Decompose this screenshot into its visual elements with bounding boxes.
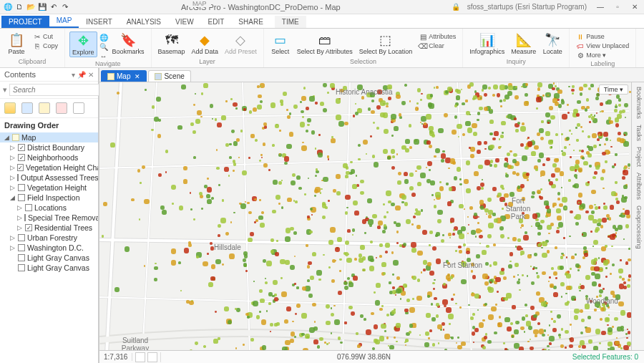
toc-layer-locations[interactable]: ▷Locations: [0, 203, 98, 213]
tab-edit[interactable]: EDIT: [201, 16, 232, 28]
filter-icon[interactable]: ▾: [3, 85, 7, 95]
title-bar: 🌐 🗋 📂 💾 ↶ ↷ ArcGIS Pro - WashingtonDC_Pr…: [0, 0, 644, 14]
basemap-button[interactable]: 🗺 Basemap: [156, 32, 187, 56]
toc-layer-uf[interactable]: ▷Urban Forestry: [0, 233, 98, 243]
toc-layer-district[interactable]: ▷✓District Boundary: [0, 142, 98, 153]
zoom-icon: 🔍: [99, 42, 108, 51]
contextual-tab-group: MAP: [188, 0, 211, 7]
group-label: Labeling: [590, 60, 615, 68]
select-by-attributes-button[interactable]: 🗃 Select By Attributes: [295, 32, 355, 56]
list-source-button[interactable]: [21, 102, 33, 114]
contents-close-button[interactable]: ✕: [88, 71, 94, 79]
context-group-label: MAP: [188, 0, 211, 7]
toc-layer-fi[interactable]: ◢Field Inspection: [0, 193, 98, 203]
scissors-icon: ✂: [33, 32, 42, 41]
sb-refresh[interactable]: [147, 352, 157, 362]
attributes-button[interactable]: ▤Attributes: [419, 32, 456, 41]
add-data-button[interactable]: ◆ Add Data: [190, 32, 221, 56]
paste-button[interactable]: 📋 Paste: [4, 32, 29, 56]
toc-layer-vh[interactable]: ▷Vegetation Height: [0, 183, 98, 193]
pause-labeling-button[interactable]: ⏸Pause: [576, 32, 605, 41]
basemap-icon: 🗺: [163, 32, 180, 48]
select-by-location-button[interactable]: ⬚ Select By Location: [357, 32, 415, 56]
dock-tab-project[interactable]: Project: [633, 147, 643, 167]
bookmarks-button[interactable]: 🔖 Bookmarks: [110, 32, 147, 56]
close-button[interactable]: ✕: [628, 3, 641, 11]
group-label: Clipboard: [19, 58, 47, 66]
list-selection-button[interactable]: [39, 102, 50, 114]
cut-button[interactable]: ✂Cut: [33, 32, 53, 41]
add-preset-button[interactable]: ◇ Add Preset: [223, 32, 259, 56]
restore-button[interactable]: ▫: [611, 3, 624, 11]
toc-layer-vhc[interactable]: ▷✓Vegetation Height Change: [0, 163, 98, 173]
toc-layer-oat[interactable]: ▷Output Assessed Trees: [0, 173, 98, 183]
dock-tab-tasks[interactable]: Tasks: [633, 125, 643, 141]
view-tab-map[interactable]: Map✕: [101, 70, 147, 82]
toc-layer-rt[interactable]: ▷✓Residential Trees: [0, 223, 98, 233]
tab-map[interactable]: MAP: [49, 14, 79, 28]
dock-tab-geoprocessing[interactable]: Geoprocessing: [633, 205, 643, 249]
signin-label[interactable]: sfoss_startups (Esri Startup Program): [464, 3, 590, 11]
tab-insert[interactable]: INSERT: [79, 16, 119, 28]
map-canvas[interactable]: Historic Anacostia Hillsdale Fort Stanto…: [99, 82, 644, 350]
copy-button[interactable]: ⎘Copy: [33, 42, 58, 50]
locate-button[interactable]: 🔭 Locate: [540, 32, 565, 56]
list-drawing-order-button[interactable]: [4, 102, 16, 114]
quick-access-toolbar: 🌐 🗋 📂 💾 ↶ ↷: [0, 2, 70, 12]
toc-layer-lgc1[interactable]: Light Gray Canvas: [0, 253, 98, 263]
app-icon: 🌐: [3, 2, 13, 12]
view-unplaced-button[interactable]: 🏷View Unplaced: [576, 42, 629, 50]
clear-button[interactable]: ⌫Clear: [419, 42, 444, 50]
contents-menu-button[interactable]: ▾: [72, 71, 75, 79]
view-tab-scene[interactable]: Scene: [148, 70, 190, 82]
nav-full-extent[interactable]: 🌐: [99, 33, 108, 42]
contents-autohide-button[interactable]: 📌: [77, 71, 86, 79]
tab-project[interactable]: PROJECT: [1, 16, 49, 28]
qat-undo[interactable]: ↶: [49, 2, 59, 12]
dock-tab-bookmarks[interactable]: Bookmarks: [633, 87, 643, 119]
add-data-icon: ◆: [196, 32, 213, 48]
contents-title: Contents: [4, 70, 36, 79]
measure-button[interactable]: 📐 Measure: [509, 32, 538, 56]
group-label: Selection: [350, 58, 376, 66]
time-slider-button[interactable]: Time ▾: [599, 84, 628, 95]
more-labeling-button[interactable]: ⚙More ▾: [576, 51, 606, 59]
globe-icon: 🌐: [99, 33, 108, 42]
location-select-icon: ⬚: [377, 32, 394, 48]
contents-pane: Contents ▾ 📌 ✕ ▾ 🔍 Drawing Order ◢Map ▷✓…: [0, 68, 99, 363]
explore-button[interactable]: ✥ Explore: [69, 32, 97, 57]
sb-pause-drawing[interactable]: [135, 352, 145, 362]
infographics-button[interactable]: 📊 Infographics: [467, 32, 507, 56]
tab-share[interactable]: SHARE: [231, 16, 270, 28]
toc-layer-wdc[interactable]: ▷Washington D.C.: [0, 243, 98, 253]
select-icon: ▭: [272, 32, 289, 48]
select-button[interactable]: ▭ Select: [268, 32, 293, 56]
toc-layer-neighborhoods[interactable]: ▷✓Neighborhoods: [0, 153, 98, 163]
lock-icon: 🔒: [452, 3, 460, 11]
tab-time[interactable]: TIME: [275, 16, 306, 28]
clipboard-icon: 📋: [8, 32, 25, 48]
list-snapping-button[interactable]: [73, 102, 84, 114]
scale-display[interactable]: 1:7,316: [99, 353, 132, 361]
contents-search-input[interactable]: [9, 84, 107, 96]
toc-map-node[interactable]: ◢Map: [0, 132, 98, 142]
tab-analysis[interactable]: ANALYSIS: [119, 16, 168, 28]
right-dock-tabs: Bookmarks Tasks Project Attributes Geopr…: [631, 82, 644, 350]
qat-new[interactable]: 🗋: [14, 2, 24, 12]
dock-tab-attributes[interactable]: Attributes: [633, 173, 643, 200]
nav-fixed-zoom[interactable]: 🔍: [99, 42, 108, 51]
minimize-button[interactable]: —: [594, 3, 607, 11]
qat-open[interactable]: 📂: [26, 2, 36, 12]
toc-layer-lgc2[interactable]: Light Gray Canvas: [0, 263, 98, 273]
qat-redo[interactable]: ↷: [60, 2, 70, 12]
tab-view[interactable]: VIEW: [168, 16, 201, 28]
toc-layer-str[interactable]: ▷Special Tree Removals: [0, 213, 98, 223]
close-tab-icon[interactable]: ✕: [135, 73, 140, 80]
status-bar: 1:7,316 076.99W 38.86N Selected Features…: [99, 350, 644, 363]
list-editing-button[interactable]: [56, 102, 67, 114]
toc-section-title: Drawing Order: [0, 118, 98, 132]
window-title: ArcGIS Pro - WashingtonDC_ProDemo - Map: [70, 3, 452, 11]
qat-save[interactable]: 💾: [37, 2, 47, 12]
nav-prev-extent[interactable]: ↔: [99, 52, 108, 60]
clipboard-small: ✂Cut ⎘Copy: [31, 32, 60, 51]
